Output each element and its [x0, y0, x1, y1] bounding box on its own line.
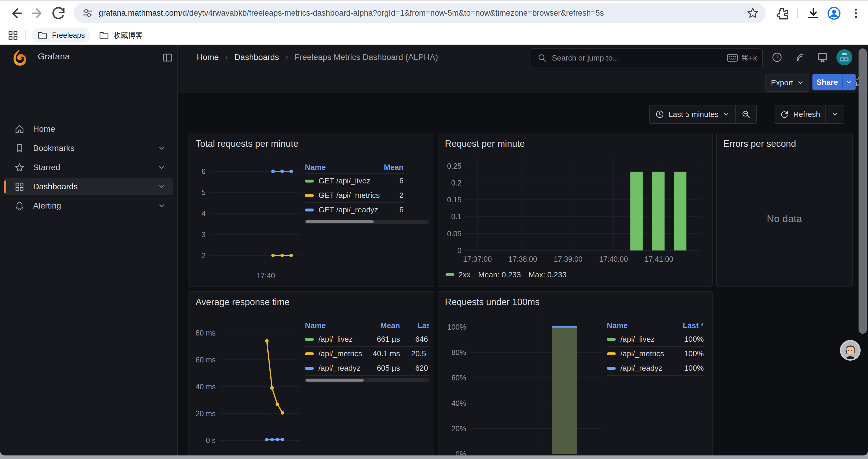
scrollbar-thumb[interactable] — [306, 379, 364, 382]
series-color-pill[interactable] — [305, 194, 314, 197]
panel-title[interactable]: Requests under 100ms — [438, 292, 712, 309]
panel-title[interactable]: Total requests per minute — [189, 133, 434, 151]
user-avatar[interactable] — [836, 49, 852, 66]
panel-errors-per-second[interactable]: Errors per second No data — [716, 133, 852, 287]
legend-row[interactable]: /api/_readyz 100% — [607, 361, 704, 376]
legend-row[interactable]: /api/_readyz 605 µs 620 µs — [305, 361, 429, 376]
series-color-pill[interactable] — [305, 208, 314, 211]
panel-title[interactable]: Request per minute — [438, 133, 712, 151]
sidebar-item-label: Dashboards — [33, 182, 158, 191]
search-input[interactable]: Search or jump to... ⌘+k — [531, 48, 763, 67]
timeseries-chart[interactable]: 80 ms60 ms40 ms20 ms0 s17:40 — [191, 309, 305, 455]
page-scrollbar[interactable] — [859, 48, 867, 334]
series-color-pill — [445, 273, 454, 276]
back-icon[interactable] — [8, 5, 25, 22]
breadcrumb: Home › Dashboards › Freeleaps Metrics Da… — [197, 45, 438, 70]
svg-text:0.25: 0.25 — [447, 162, 462, 170]
forward-icon[interactable] — [29, 5, 46, 22]
refresh-button[interactable]: Refresh — [774, 105, 826, 123]
bookmark-blogs[interactable]: 收藏博客 — [93, 28, 148, 42]
share-dropdown-button[interactable] — [842, 74, 856, 90]
avatar-image — [841, 341, 859, 359]
legend-scrollbar[interactable] — [305, 378, 429, 382]
sidebar-item-bookmarks[interactable]: Bookmarks — [4, 140, 173, 157]
scrollbar-thumb[interactable] — [306, 220, 374, 223]
series-color-pill[interactable] — [607, 352, 616, 355]
profile-icon[interactable] — [827, 6, 841, 21]
panel-avg-response-time[interactable]: Average response time 80 ms60 ms40 ms20 … — [188, 291, 434, 455]
chevron-down-icon — [158, 164, 165, 171]
breadcrumb-home[interactable]: Home — [197, 53, 219, 62]
svg-text:60%: 60% — [452, 374, 466, 382]
series-color-pill[interactable] — [305, 367, 314, 370]
monitor-icon[interactable] — [816, 52, 829, 63]
bookmarks-divider — [25, 30, 26, 40]
legend-row[interactable]: GET /api/_livez 6 — [305, 173, 404, 188]
bookmark-icon — [14, 143, 25, 154]
breadcrumb-dashboards[interactable]: Dashboards — [234, 53, 279, 62]
refresh-interval-dropdown[interactable] — [826, 105, 844, 123]
zoom-out-button[interactable] — [736, 105, 756, 123]
series-color-pill[interactable] — [607, 338, 616, 341]
sidebar-item-home[interactable]: Home — [4, 121, 173, 138]
bar-chart[interactable]: 100%80%60%40%20%0%17:40 — [441, 309, 607, 455]
share-button[interactable]: Share — [812, 74, 842, 90]
svg-text:3: 3 — [202, 230, 206, 239]
legend-row[interactable]: GET /api/_metrics 2 — [305, 188, 404, 202]
bar-chart[interactable]: 0.250.20.150.10.05017:37:0017:38:0017:39… — [441, 151, 706, 267]
chevron-down-icon — [158, 202, 165, 210]
legend-row[interactable]: /api/_metrics 40.1 ms 20.5 ms — [305, 346, 429, 361]
panel-request-per-minute[interactable]: Request per minute 0.250.20.150.10.05017… — [438, 133, 713, 287]
reload-icon[interactable] — [50, 5, 67, 22]
legend-row[interactable]: /api/_livez 100% — [607, 332, 704, 346]
series-color-pill[interactable] — [607, 367, 616, 370]
svg-text:17:41:00: 17:41:00 — [645, 255, 673, 263]
help-icon[interactable]: ? — [771, 52, 783, 63]
legend-scrollbar[interactable] — [305, 220, 429, 224]
export-button[interactable]: Export — [766, 74, 809, 92]
site-info-icon[interactable] — [82, 7, 93, 19]
browser-toolbar: grafana.mathmast.com/d/deytv4rwavabkb/fr… — [0, 1, 868, 45]
news-rss-icon[interactable] — [794, 52, 806, 63]
legend-row[interactable]: GET /api/_readyz 6 — [305, 202, 404, 218]
svg-text:0.2: 0.2 — [451, 179, 462, 187]
legend-row[interactable]: /api/_metrics 100% — [607, 346, 704, 361]
apps-grid-icon[interactable] — [7, 30, 19, 41]
chevron-down-icon — [723, 111, 730, 118]
series-color-pill[interactable] — [305, 352, 314, 355]
search-icon — [537, 53, 547, 63]
download-icon[interactable] — [806, 6, 821, 21]
panel-title[interactable]: Errors per second — [717, 133, 852, 151]
no-data-message: No data — [717, 151, 852, 287]
bookmark-freeleaps[interactable]: Freeleaps — [32, 28, 90, 42]
bookmark-star-icon[interactable] — [746, 6, 759, 20]
timeseries-chart[interactable]: 6543217:40 — [191, 151, 305, 282]
time-range-label: Last 5 minutes — [669, 110, 718, 119]
svg-text:17:40: 17:40 — [256, 271, 275, 280]
url-text[interactable]: grafana.mathmast.com/d/deytv4rwavabkb/fr… — [99, 8, 746, 18]
dock-sidebar-icon[interactable] — [162, 52, 173, 63]
extensions-icon[interactable] — [775, 6, 789, 21]
sidebar-item-starred[interactable]: Starred — [4, 159, 173, 176]
series-color-pill[interactable] — [305, 179, 314, 183]
url-bar[interactable]: grafana.mathmast.com/d/deytv4rwavabkb/fr… — [74, 3, 766, 23]
legend-header: Name Mean Last * — [305, 319, 429, 332]
sidebar-item-alerting[interactable]: Alerting — [4, 197, 173, 215]
panel-requests-under-100ms[interactable]: Requests under 100ms 100%80%60%40%20%0%1… — [438, 291, 713, 455]
time-range-picker[interactable]: Last 5 minutes — [650, 105, 735, 123]
svg-text:40 ms: 40 ms — [195, 383, 216, 391]
sidebar-item-label: Starred — [33, 163, 158, 172]
legend-item[interactable]: 2xx — [445, 270, 470, 280]
chevron-down-icon — [797, 79, 804, 86]
star-icon — [14, 162, 25, 173]
svg-text:17:40:00: 17:40:00 — [599, 255, 628, 263]
assistant-avatar[interactable] — [840, 340, 861, 361]
sidebar-item-dashboards[interactable]: Dashboards — [4, 178, 173, 195]
panel-title[interactable]: Average response time — [189, 292, 434, 309]
series-color-pill[interactable] — [305, 338, 314, 341]
panel-legend: Name Last * /api/_livez 100% /api/_metri… — [607, 309, 707, 455]
panel-total-requests[interactable]: Total requests per minute 6543217:40 Nam… — [188, 133, 434, 287]
grafana-logo-icon[interactable] — [11, 48, 29, 67]
legend-row[interactable]: /api/_livez 661 µs 646 µs — [305, 332, 429, 346]
kebab-menu-icon[interactable] — [848, 6, 863, 21]
